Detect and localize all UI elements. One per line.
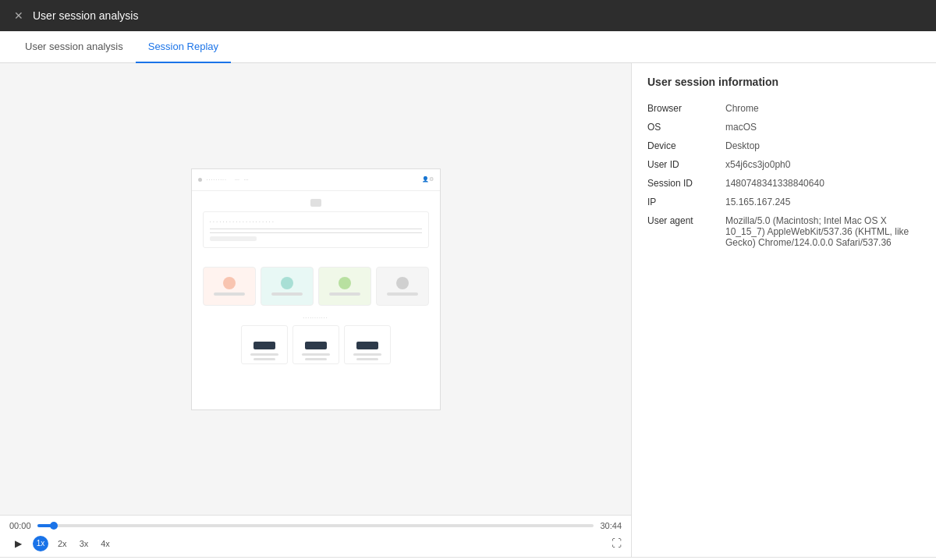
- sim-card-dot-3: [339, 277, 351, 289]
- info-label: Device: [647, 136, 725, 155]
- replay-area: ········· ··· ··· 👤⚙ ···················…: [0, 63, 632, 557]
- info-label: OS: [647, 118, 725, 136]
- replay-frame: ········· ··· ··· 👤⚙ ···················…: [191, 168, 441, 410]
- info-value: Chrome: [725, 99, 920, 118]
- sim-card-dot-4: [396, 277, 409, 289]
- replay-controls: 00:00 30:44 ▶ 1x 2x 3x 4x ⛶: [0, 515, 631, 557]
- title-bar-title: User session analysis: [33, 9, 138, 22]
- sim-product-cards: [203, 325, 429, 364]
- sim-input-2: [210, 232, 422, 233]
- replay-viewport: ········· ··· ··· 👤⚙ ···················…: [0, 63, 631, 515]
- sim-badge-1: [254, 342, 275, 349]
- sim-form-dots: ····················: [210, 218, 422, 225]
- sim-user-icon: 👤⚙: [422, 176, 434, 183]
- close-button[interactable]: ✕: [12, 9, 25, 22]
- info-row: Session ID 1480748341338840640: [647, 174, 920, 193]
- sim-pline2-1: [254, 358, 275, 360]
- tab-user-session[interactable]: User session analysis: [12, 31, 136, 63]
- sim-pline-2: [302, 353, 330, 356]
- time-start: 00:00: [9, 521, 31, 530]
- sim-browser-header: ········· ··· ··· 👤⚙: [192, 169, 440, 191]
- sim-card-2: [261, 267, 314, 306]
- progress-bar-container: 00:00 30:44: [9, 521, 622, 530]
- sim-card-line-4: [387, 292, 418, 296]
- time-end: 30:44: [600, 521, 622, 530]
- title-bar: ✕ User session analysis: [0, 0, 936, 31]
- sim-pline2-3: [356, 358, 378, 360]
- info-row: User ID x54j6cs3jo0ph0: [647, 155, 920, 174]
- play-button[interactable]: ▶: [9, 535, 27, 552]
- info-label: User agent: [647, 211, 725, 252]
- info-row: OS macOS: [647, 118, 920, 136]
- info-row: User agent Mozilla/5.0 (Macintosh; Intel…: [647, 211, 920, 252]
- info-table: Browser Chrome OS macOS Device Desktop U…: [647, 99, 920, 252]
- sim-dot-1: [198, 178, 202, 182]
- session-flow-section: User session flow DetailStart timeCatego…: [0, 557, 936, 560]
- sim-badge-3: [356, 342, 378, 349]
- sim-logo-area: [203, 199, 429, 207]
- progress-track[interactable]: [37, 524, 594, 527]
- info-label: Browser: [647, 99, 725, 118]
- sim-products: ···········: [192, 312, 440, 370]
- sim-logo: [310, 199, 321, 207]
- info-label: IP: [647, 193, 725, 211]
- info-panel: User session information Browser Chrome …: [632, 63, 936, 557]
- sim-input-label: [210, 236, 257, 241]
- sim-dots: [198, 178, 202, 182]
- sim-card-line-1: [214, 292, 245, 296]
- sim-product-3: [344, 325, 391, 364]
- info-value: 15.165.167.245: [725, 193, 920, 211]
- info-label: User ID: [647, 155, 725, 174]
- info-row: Device Desktop: [647, 136, 920, 155]
- info-row: Browser Chrome: [647, 99, 920, 118]
- info-value: 1480748341338840640: [725, 174, 920, 193]
- speed-3x-button[interactable]: 3x: [76, 537, 92, 550]
- info-label: Session ID: [647, 174, 725, 193]
- speed-2x-button[interactable]: 2x: [55, 537, 70, 550]
- sim-pline-3: [353, 353, 381, 356]
- sim-product-2: [292, 325, 339, 364]
- info-value: x54j6cs3jo0ph0: [725, 155, 920, 174]
- progress-thumb: [50, 522, 58, 530]
- sim-card-line-2: [271, 292, 303, 296]
- main-content: ········· ··· ··· 👤⚙ ···················…: [0, 63, 936, 557]
- speed-4x-button[interactable]: 4x: [98, 537, 113, 550]
- sim-card-line-3: [329, 292, 360, 296]
- sim-badge-2: [305, 342, 327, 349]
- sim-url-dots: ·········: [207, 177, 228, 183]
- sim-product-1: [241, 325, 288, 364]
- sim-form: ····················: [203, 211, 429, 248]
- sim-card-dot-1: [223, 277, 236, 289]
- sim-card-1: [203, 267, 256, 306]
- fullscreen-button[interactable]: ⛶: [612, 537, 622, 549]
- sim-pline2-2: [305, 358, 327, 360]
- tab-session-replay[interactable]: Session Replay: [136, 31, 231, 63]
- sim-nav-dots2: ···: [244, 177, 249, 183]
- sim-nav-dots: ···: [235, 177, 239, 183]
- sim-product-title: ···········: [203, 315, 429, 321]
- sim-card-4: [376, 267, 429, 306]
- sim-pline-1: [250, 353, 278, 356]
- sim-body: ····················: [192, 191, 440, 261]
- speed-1x-button[interactable]: 1x: [33, 536, 48, 551]
- info-row: IP 15.165.167.245: [647, 193, 920, 211]
- info-value: Mozilla/5.0 (Macintosh; Intel Mac OS X 1…: [725, 211, 920, 252]
- controls-row: ▶ 1x 2x 3x 4x ⛶: [9, 535, 622, 552]
- sim-card-3: [318, 267, 371, 306]
- info-value: Desktop: [725, 136, 920, 155]
- sim-card-dot-2: [281, 277, 293, 289]
- info-panel-title: User session information: [647, 76, 920, 88]
- sim-input-1: [210, 229, 422, 229]
- sim-cards: [192, 261, 440, 312]
- info-value: macOS: [725, 118, 920, 136]
- tab-bar: User session analysis Session Replay: [0, 31, 936, 63]
